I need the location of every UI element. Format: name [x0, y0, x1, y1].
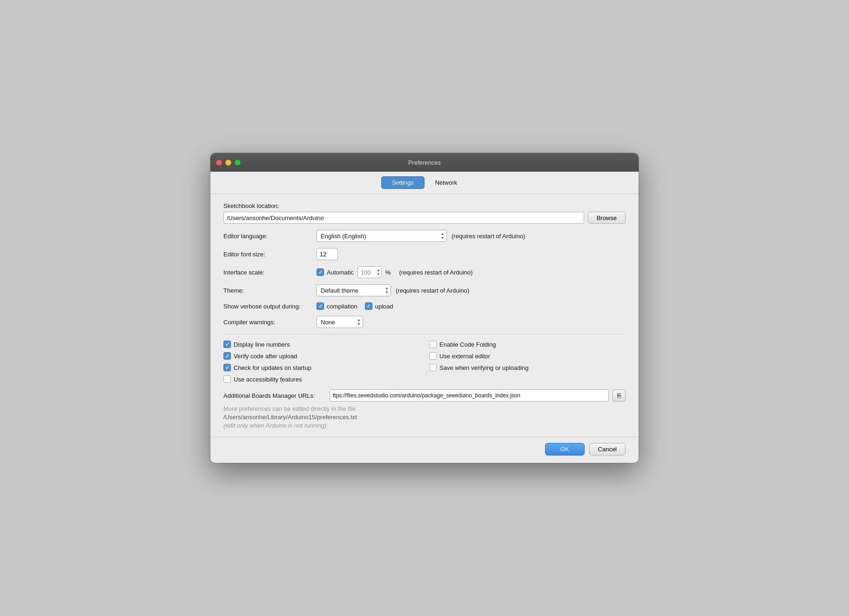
- scale-arrows: ▲▼: [377, 268, 380, 276]
- note1: More preferences can be edited directly …: [223, 405, 626, 412]
- editor-font-size-input[interactable]: [317, 248, 338, 260]
- editor-language-label: Editor language:: [223, 233, 317, 240]
- copy-button[interactable]: ⎘: [613, 389, 626, 402]
- auto-scale-label[interactable]: Automatic: [317, 268, 354, 276]
- use-accessibility-label[interactable]: Use accessibility features: [223, 375, 420, 383]
- ok-button[interactable]: OK: [545, 443, 585, 455]
- tab-network[interactable]: Network: [424, 176, 468, 189]
- close-button[interactable]: [216, 160, 222, 166]
- scale-unit: %: [385, 269, 391, 276]
- enable-code-folding-checkbox[interactable]: [429, 341, 437, 348]
- editor-language-select[interactable]: English (English): [317, 230, 447, 242]
- save-when-verifying-label[interactable]: Save when verifying or uploading: [429, 364, 626, 371]
- minimize-button[interactable]: [225, 160, 231, 166]
- save-when-verifying-checkbox[interactable]: [429, 364, 437, 371]
- display-line-numbers-checkbox[interactable]: [223, 341, 231, 348]
- check-for-updates-label[interactable]: Check for updates on startup: [223, 364, 420, 371]
- theme-select[interactable]: Default theme: [317, 284, 391, 296]
- verbose-output-label: Show verbose output during:: [223, 303, 317, 310]
- traffic-lights: [216, 160, 241, 166]
- editor-font-size-label: Editor font size:: [223, 251, 317, 258]
- sketchbook-label: Sketchbook location:: [223, 202, 626, 209]
- theme-note: (requires restart of Arduino): [396, 287, 469, 294]
- compiler-warnings-row: Compiler warnings: None ▲▼: [223, 316, 626, 328]
- interface-scale-row: Interface scale: Automatic ▲▼ % (require…: [223, 266, 626, 278]
- auto-scale-checkbox[interactable]: [317, 268, 324, 276]
- interface-scale-note: (requires restart of Arduino): [399, 269, 472, 276]
- theme-select-wrapper: Default theme ▲▼: [317, 284, 391, 296]
- separator: [223, 334, 626, 335]
- additional-boards-row: Additional Boards Manager URLs: ⎘: [223, 389, 626, 402]
- verbose-compilation-label[interactable]: compilation: [317, 302, 357, 310]
- editor-font-size-row: Editor font size:: [223, 248, 626, 260]
- tab-settings[interactable]: Settings: [381, 176, 424, 189]
- compiler-warnings-label: Compiler warnings:: [223, 319, 317, 326]
- use-external-editor-label[interactable]: Use external editor: [429, 352, 626, 360]
- note2: /Users/ansonhe/Library/Arduino15/prefere…: [223, 414, 626, 421]
- verbose-compilation-checkbox[interactable]: [317, 302, 324, 310]
- scale-input-wrapper: ▲▼: [357, 266, 382, 278]
- editor-language-select-wrapper: English (English) ▲▼: [317, 230, 447, 242]
- theme-label: Theme:: [223, 287, 317, 294]
- sketchbook-row: Browse: [223, 212, 626, 224]
- theme-row: Theme: Default theme ▲▼ (requires restar…: [223, 284, 626, 296]
- settings-content: Sketchbook location: Browse Editor langu…: [210, 194, 639, 437]
- enable-code-folding-label[interactable]: Enable Code Folding: [429, 341, 626, 348]
- interface-scale-label: Interface scale:: [223, 269, 317, 276]
- compiler-warnings-select-wrapper: None ▲▼: [317, 316, 363, 328]
- use-accessibility-checkbox[interactable]: [223, 375, 231, 383]
- editor-language-row: Editor language: English (English) ▲▼ (r…: [223, 230, 626, 242]
- browse-button[interactable]: Browse: [588, 212, 626, 224]
- titlebar: Preferences: [210, 153, 639, 172]
- verbose-output-row: Show verbose output during: compilation …: [223, 302, 626, 310]
- additional-boards-input[interactable]: [330, 389, 609, 402]
- note3: (edit only when Arduino is not running): [223, 422, 626, 429]
- maximize-button[interactable]: [235, 160, 241, 166]
- check-for-updates-checkbox[interactable]: [223, 364, 231, 371]
- verbose-upload-label[interactable]: upload: [365, 302, 393, 310]
- use-external-editor-checkbox[interactable]: [429, 352, 437, 360]
- window-title: Preferences: [408, 159, 441, 166]
- compiler-warnings-select[interactable]: None: [317, 316, 363, 328]
- editor-language-note: (requires restart of Arduino): [451, 233, 525, 240]
- verify-code-after-upload-label[interactable]: Verify code after upload: [223, 352, 420, 360]
- verify-code-after-upload-checkbox[interactable]: [223, 352, 231, 360]
- cancel-button[interactable]: Cancel: [589, 443, 626, 455]
- sketchbook-path-input[interactable]: [223, 212, 584, 224]
- bottom-buttons: OK Cancel: [210, 437, 639, 463]
- display-line-numbers-label[interactable]: Display line numbers: [223, 341, 420, 348]
- tab-bar: Settings Network: [210, 172, 639, 194]
- checkboxes-grid: Display line numbers Enable Code Folding…: [223, 341, 626, 383]
- verbose-upload-checkbox[interactable]: [365, 302, 372, 310]
- additional-boards-label: Additional Boards Manager URLs:: [223, 392, 326, 399]
- scale-controls: Automatic ▲▼ % (requires restart of Ardu…: [317, 266, 473, 278]
- preferences-window: Preferences Settings Network Sketchbook …: [210, 153, 639, 463]
